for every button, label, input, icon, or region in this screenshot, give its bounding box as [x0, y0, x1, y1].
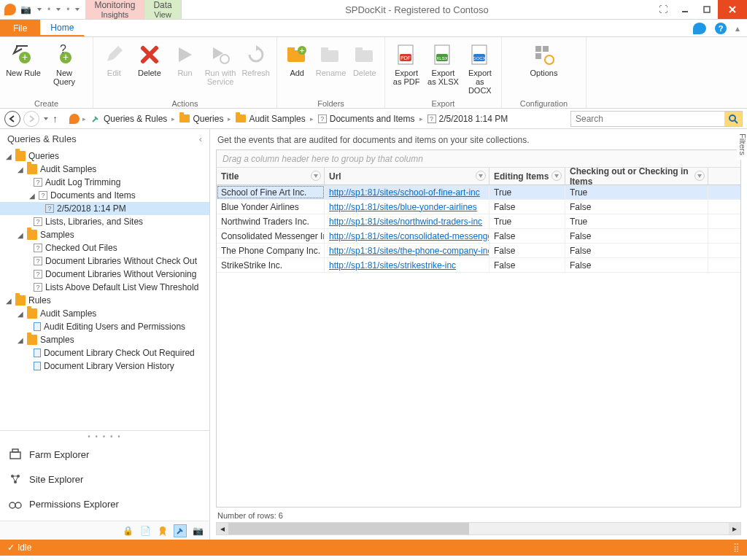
url-link[interactable]: http://sp1:81/sites/the-phone-company-in… — [329, 246, 489, 256]
help-icon[interactable]: ? — [715, 23, 727, 34]
mini-camera-icon[interactable]: 📷 — [192, 525, 204, 537]
tree-documents-items[interactable]: ◢?Documents and Items — [0, 189, 209, 202]
tree-checked-out[interactable]: ?Checked Out Files — [0, 241, 209, 254]
tree-lib-version-hist[interactable]: Document Library Version History — [0, 359, 209, 373]
sidebar-splitter[interactable]: • • • • • — [0, 431, 209, 442]
header-tab-monitoring[interactable]: MonitoringInsights — [85, 0, 144, 19]
export-docx-button[interactable]: DOCX Export as DOCX — [462, 40, 498, 98]
new-rule-button[interactable]: + New Rule — [3, 40, 44, 89]
home-tab[interactable]: Home — [40, 20, 85, 36]
file-tab[interactable]: File — [0, 20, 40, 36]
nav-permissions-explorer[interactable]: Permissions Explorer — [0, 491, 209, 516]
resize-grip-icon[interactable]: ⣿ — [733, 542, 740, 553]
svg-point-38 — [9, 502, 15, 508]
qat-dropdown-2[interactable]: • — [66, 4, 69, 15]
collapse-ribbon-icon[interactable]: ▴ — [735, 23, 740, 34]
filter-icon[interactable] — [551, 171, 562, 181]
scroll-right-icon[interactable]: ▸ — [729, 523, 740, 534]
cell-url: http://sp1:81/sites/the-phone-company-in… — [325, 244, 489, 257]
breadcrumb-home-icon[interactable] — [69, 114, 80, 124]
breadcrumb-item-3[interactable]: ?2/5/2018 1:14 PM — [426, 114, 510, 124]
table-row[interactable]: Northwind Traders Inc.http://sp1:81/site… — [217, 214, 740, 229]
fullscreen-icon[interactable]: ⛶ — [652, 0, 674, 19]
scroll-left-icon[interactable]: ◂ — [217, 523, 228, 534]
maximize-button[interactable] — [696, 0, 718, 19]
mini-lock-icon[interactable]: 🔒 — [122, 525, 133, 537]
header-tab-data[interactable]: DataView — [144, 0, 181, 19]
svg-text:+: + — [22, 51, 28, 63]
svg-text:XLSX: XLSX — [437, 56, 448, 61]
tree-samples[interactable]: ◢Samples — [0, 228, 209, 241]
table-row[interactable]: The Phone Company Inc.http://sp1:81/site… — [217, 244, 740, 258]
col-editing[interactable]: Editing Items — [489, 168, 565, 184]
mini-badge-icon[interactable] — [157, 525, 169, 537]
nav-site-explorer[interactable]: Site Explorer — [0, 467, 209, 491]
url-link[interactable]: http://sp1:81/sites/consolidated-messeng… — [329, 231, 489, 241]
tree-rules-samples[interactable]: ◢Samples — [0, 333, 209, 346]
tree-rules[interactable]: ◢Rules — [0, 294, 209, 307]
horizontal-scrollbar[interactable]: ◂ ▸ — [216, 522, 741, 535]
options-button[interactable]: Options — [524, 40, 565, 89]
ribbon-tab-row: File Home ? ▴ — [0, 20, 747, 37]
tree-queries[interactable]: ◢Queries — [0, 149, 209, 163]
tree-lib-checkout-req[interactable]: Document Library Check Out Required — [0, 346, 209, 359]
tree-above-threshold[interactable]: ?Lists Above Default List View Threshold — [0, 281, 209, 294]
tree-without-checkout[interactable]: ?Document Libraries Without Check Out — [0, 254, 209, 268]
group-label-create: Create — [0, 98, 93, 108]
run-with-service-button: Run with Service — [203, 40, 239, 89]
cell-editing: True — [489, 214, 565, 228]
tree-without-versioning[interactable]: ?Document Libraries Without Versioning — [0, 268, 209, 281]
breadcrumb-root[interactable]: Queries & Rules — [89, 114, 169, 124]
search-input[interactable] — [571, 112, 724, 126]
table-row[interactable]: School of Fine Art Inc.http://sp1:81/sit… — [217, 185, 740, 200]
nav-back-button[interactable] — [4, 111, 20, 127]
collapse-sidebar-icon[interactable]: ‹ — [199, 133, 202, 144]
close-button[interactable] — [718, 0, 747, 19]
table-row[interactable]: Consolidated Messenger Inc.http://sp1:81… — [217, 229, 740, 244]
export-pdf-button[interactable]: PDF Export as PDF — [388, 40, 425, 89]
feedback-icon[interactable] — [693, 23, 706, 34]
col-checking[interactable]: Checking out or Checking in Items — [565, 168, 708, 184]
filter-icon[interactable] — [311, 171, 321, 181]
table-row[interactable]: StrikeStrike Inc.http://sp1:81/sites/str… — [217, 258, 740, 273]
group-by-drop-area[interactable]: Drag a column header here to group by th… — [217, 150, 740, 168]
export-xlsx-button[interactable]: XLSX Export as XLSX — [425, 40, 461, 89]
search-box[interactable] — [570, 111, 743, 127]
tree-lists-libs-sites[interactable]: ?Lists, Libraries, and Sites — [0, 215, 209, 228]
mini-gavel-icon[interactable] — [174, 525, 186, 537]
grid-header: Title Url Editing Items Checking out or … — [217, 168, 740, 185]
url-link[interactable]: http://sp1:81/sites/blue-yonder-airlines — [329, 202, 477, 212]
tree-audit-log-trimming[interactable]: ?Audit Log Trimming — [0, 176, 209, 189]
filters-tab[interactable]: Filters — [737, 129, 747, 160]
col-title[interactable]: Title — [217, 168, 325, 184]
new-query-button[interactable]: +? New Query — [44, 40, 85, 89]
add-folder-button[interactable]: + Add — [280, 40, 314, 89]
url-link[interactable]: http://sp1:81/sites/school-of-fine-art-i… — [329, 187, 480, 198]
tree-documents-items-run[interactable]: ?2/5/2018 1:14 PM — [0, 202, 209, 215]
minimize-button[interactable] — [674, 0, 696, 19]
filter-icon[interactable] — [476, 171, 486, 181]
tree-view[interactable]: ◢Queries ◢Audit Samples ?Audit Log Trimm… — [0, 148, 209, 431]
breadcrumb-item-1[interactable]: Audit Samples — [234, 114, 306, 124]
cell-editing: False — [489, 258, 565, 272]
filter-icon[interactable] — [694, 171, 705, 181]
delete-button[interactable]: Delete — [132, 40, 168, 89]
url-link[interactable]: http://sp1:81/sites/northwind-traders-in… — [329, 217, 482, 227]
tree-rules-audit[interactable]: ◢Audit Samples — [0, 307, 209, 320]
content-description: Get the events that are audited for docu… — [210, 129, 747, 149]
camera-icon[interactable]: 📷 — [20, 4, 31, 15]
tree-audit-samples[interactable]: ◢Audit Samples — [0, 163, 209, 176]
svg-rect-29 — [543, 46, 549, 52]
nav-up-button[interactable]: ↑ — [53, 113, 58, 125]
nav-farm-explorer[interactable]: Farm Explorer — [0, 442, 209, 467]
col-url[interactable]: Url — [325, 168, 489, 184]
mini-doc-icon[interactable]: 📄 — [139, 525, 151, 537]
url-link[interactable]: http://sp1:81/sites/strikestrike-inc — [329, 260, 456, 271]
table-row[interactable]: Blue Yonder Airlineshttp://sp1:81/sites/… — [217, 200, 740, 214]
cell-url: http://sp1:81/sites/consolidated-messeng… — [325, 229, 489, 243]
search-go-button[interactable] — [724, 112, 742, 126]
qat-dropdown-1[interactable]: • — [47, 4, 50, 15]
breadcrumb-item-2[interactable]: ?Documents and Items — [317, 114, 417, 124]
tree-audit-editing[interactable]: Audit Editing Users and Permissions — [0, 320, 209, 333]
breadcrumb-item-0[interactable]: Queries — [178, 114, 225, 124]
